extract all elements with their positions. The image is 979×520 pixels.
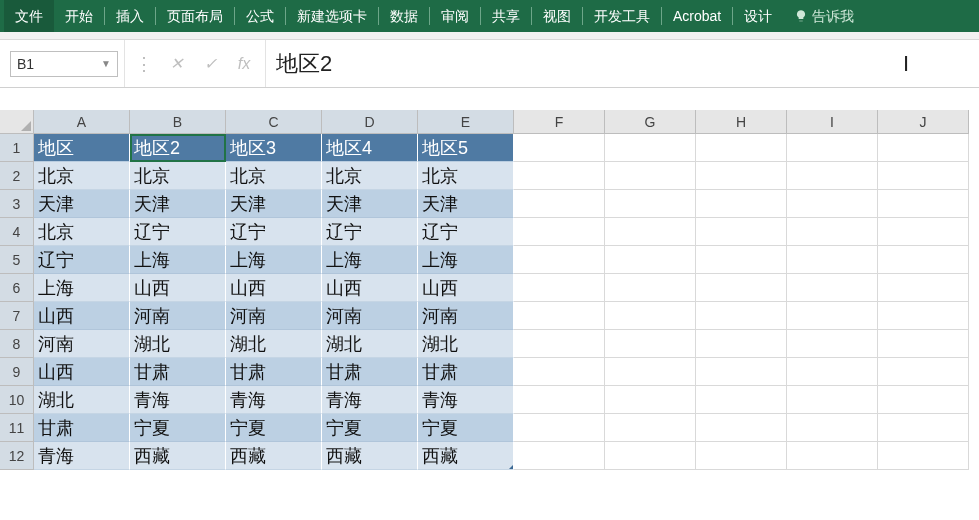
confirm-icon[interactable]: ✓ [199, 54, 221, 73]
cell[interactable]: 北京 [322, 162, 418, 190]
cell[interactable] [696, 386, 787, 414]
cell[interactable]: 河南 [130, 302, 226, 330]
cell[interactable] [605, 246, 696, 274]
cell[interactable] [696, 302, 787, 330]
cell[interactable] [605, 302, 696, 330]
tab-developer[interactable]: 开发工具 [583, 0, 661, 32]
cell[interactable] [787, 358, 878, 386]
formula-input[interactable]: 地区2 I [265, 40, 979, 87]
cell[interactable]: 甘肃 [322, 358, 418, 386]
col-header-A[interactable]: A [34, 110, 130, 134]
cell[interactable] [787, 274, 878, 302]
cell[interactable] [605, 190, 696, 218]
cell[interactable] [514, 162, 605, 190]
cell[interactable] [787, 302, 878, 330]
cell[interactable] [696, 414, 787, 442]
cell[interactable]: 天津 [226, 190, 322, 218]
cell[interactable]: 湖北 [34, 386, 130, 414]
cell[interactable]: 辽宁 [34, 246, 130, 274]
row-header[interactable]: 9 [0, 358, 34, 386]
cell[interactable] [696, 190, 787, 218]
cell[interactable] [605, 218, 696, 246]
tab-new[interactable]: 新建选项卡 [286, 0, 378, 32]
cell[interactable]: 西藏 [322, 442, 418, 470]
cell[interactable] [514, 330, 605, 358]
cell[interactable] [514, 274, 605, 302]
tab-file[interactable]: 文件 [4, 0, 54, 32]
cell[interactable]: 山西 [226, 274, 322, 302]
col-header-G[interactable]: G [605, 110, 696, 134]
tab-formulas[interactable]: 公式 [235, 0, 285, 32]
cell[interactable]: 上海 [130, 246, 226, 274]
cell[interactable] [878, 414, 969, 442]
row-header[interactable]: 10 [0, 386, 34, 414]
cell[interactable] [514, 246, 605, 274]
col-header-B[interactable]: B [130, 110, 226, 134]
cell[interactable]: 甘肃 [130, 358, 226, 386]
cell[interactable]: 河南 [34, 330, 130, 358]
cell[interactable]: 青海 [34, 442, 130, 470]
row-header[interactable]: 3 [0, 190, 34, 218]
cell[interactable]: 天津 [130, 190, 226, 218]
cell[interactable] [787, 218, 878, 246]
cell[interactable] [878, 218, 969, 246]
cell[interactable] [514, 190, 605, 218]
cell[interactable]: 甘肃 [226, 358, 322, 386]
cell[interactable] [878, 358, 969, 386]
cell[interactable]: 青海 [130, 386, 226, 414]
tab-review[interactable]: 审阅 [430, 0, 480, 32]
cell[interactable] [696, 162, 787, 190]
fx-icon[interactable]: fx [233, 55, 255, 73]
cell[interactable] [787, 414, 878, 442]
cell[interactable] [514, 302, 605, 330]
col-header-F[interactable]: F [514, 110, 605, 134]
cell[interactable]: 辽宁 [226, 218, 322, 246]
cell[interactable] [514, 134, 605, 162]
row-header[interactable]: 1 [0, 134, 34, 162]
col-header-E[interactable]: E [418, 110, 514, 134]
cell[interactable] [878, 302, 969, 330]
cell[interactable]: 宁夏 [418, 414, 514, 442]
cell[interactable]: 宁夏 [226, 414, 322, 442]
cell[interactable]: 北京 [34, 218, 130, 246]
col-header-D[interactable]: D [322, 110, 418, 134]
cell[interactable] [605, 330, 696, 358]
row-header[interactable]: 4 [0, 218, 34, 246]
row-header[interactable]: 11 [0, 414, 34, 442]
cell[interactable]: 甘肃 [34, 414, 130, 442]
tell-me[interactable]: 告诉我 [783, 0, 865, 32]
cell[interactable] [605, 274, 696, 302]
chevron-down-icon[interactable]: ▼ [101, 58, 111, 69]
cell[interactable]: 地区4 [322, 134, 418, 162]
cell[interactable] [514, 386, 605, 414]
cell[interactable]: 河南 [226, 302, 322, 330]
cell[interactable]: 北京 [34, 162, 130, 190]
cell[interactable] [605, 162, 696, 190]
cell[interactable] [514, 414, 605, 442]
cell[interactable]: 宁夏 [130, 414, 226, 442]
tab-home[interactable]: 开始 [54, 0, 104, 32]
cell[interactable] [878, 246, 969, 274]
cell[interactable]: 山西 [418, 274, 514, 302]
cell[interactable] [787, 246, 878, 274]
cell[interactable] [605, 386, 696, 414]
tab-view[interactable]: 视图 [532, 0, 582, 32]
cell[interactable] [878, 190, 969, 218]
cancel-icon[interactable]: ✕ [165, 54, 187, 73]
tab-data[interactable]: 数据 [379, 0, 429, 32]
cell[interactable] [696, 134, 787, 162]
cell[interactable]: 河南 [322, 302, 418, 330]
cell[interactable]: 北京 [130, 162, 226, 190]
row-header[interactable]: 8 [0, 330, 34, 358]
cell[interactable]: 宁夏 [322, 414, 418, 442]
cell[interactable]: 西藏 [418, 442, 514, 470]
cell[interactable]: 地区3 [226, 134, 322, 162]
cell[interactable]: 北京 [226, 162, 322, 190]
cell[interactable] [605, 414, 696, 442]
cell[interactable] [878, 274, 969, 302]
row-header[interactable]: 12 [0, 442, 34, 470]
cell[interactable] [696, 330, 787, 358]
cell[interactable]: 辽宁 [322, 218, 418, 246]
cell[interactable] [605, 358, 696, 386]
row-header[interactable]: 7 [0, 302, 34, 330]
